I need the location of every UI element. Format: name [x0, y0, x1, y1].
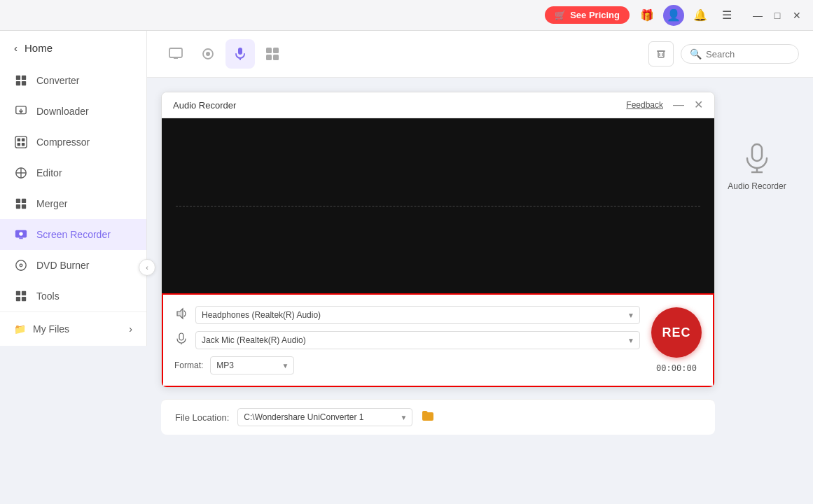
close-button[interactable]: ✕ [789, 8, 805, 23]
svg-rect-23 [16, 291, 20, 295]
svg-point-30 [206, 52, 210, 56]
window-controls: — □ ✕ [750, 8, 805, 23]
svg-rect-8 [22, 139, 25, 142]
microphone-icon [174, 332, 188, 348]
svg-rect-16 [16, 204, 20, 209]
svg-point-19 [19, 232, 22, 235]
sidebar-item-compressor[interactable]: Compressor [0, 127, 146, 158]
sidebar-item-merger-label: Merger [36, 198, 67, 209]
browse-folder-button[interactable] [421, 409, 435, 426]
user-avatar[interactable]: 👤 [663, 5, 684, 26]
waveform-line [176, 206, 700, 206]
converter-icon [14, 74, 28, 88]
window-titlebar: Audio Recorder Feedback — ✕ [162, 92, 714, 118]
right-panel: Audio Recorder [715, 92, 799, 490]
audio-recorder-shortcut-icon [739, 141, 774, 176]
svg-marker-40 [177, 309, 183, 318]
toolbar-tabs [161, 39, 287, 69]
svg-rect-24 [22, 291, 26, 295]
svg-rect-6 [15, 136, 27, 148]
sidebar-toggle[interactable]: ‹ [139, 259, 155, 276]
svg-rect-36 [273, 55, 279, 60]
sidebar-item-merger[interactable]: Merger [0, 188, 146, 219]
speakers-select[interactable]: Headphones (Realtek(R) Audio) Default Sp… [195, 306, 640, 324]
svg-rect-14 [16, 199, 20, 203]
rec-label: REC [662, 326, 690, 340]
title-bar: 🛒 See Pricing 🎁 👤 🔔 ☰ — □ ✕ [0, 0, 813, 31]
sidebar-item-tools-label: Tools [36, 290, 60, 302]
svg-rect-9 [18, 143, 21, 146]
mic-select[interactable]: Jack Mic (Realtek(R) Audio) Default Micr… [195, 331, 640, 349]
window-minimize[interactable]: — [673, 99, 684, 111]
my-files-left: 📁 My Files [14, 323, 69, 335]
svg-point-22 [20, 264, 22, 267]
screen-recorder-icon [14, 227, 28, 241]
sidebar-item-downloader[interactable]: Downloader [0, 96, 146, 127]
svg-rect-27 [169, 48, 182, 57]
tab-webcam[interactable] [193, 39, 223, 69]
window-title-actions: Feedback — ✕ [626, 99, 703, 111]
dvd-burner-icon [14, 258, 28, 272]
window-close[interactable]: ✕ [694, 99, 703, 111]
file-location-label: File Location: [175, 412, 229, 423]
speakers-select-wrapper[interactable]: Headphones (Realtek(R) Audio) Default Sp… [195, 306, 640, 324]
format-label: Format: [174, 360, 203, 370]
maximize-button[interactable]: □ [770, 8, 785, 23]
titlebar-icons: 🎁 👤 🔔 ☰ [637, 5, 737, 26]
minimize-button[interactable]: — [750, 8, 765, 23]
search-box[interactable]: 🔍 [681, 44, 799, 64]
window-title: Audio Recorder [173, 100, 236, 111]
search-icon: 🔍 [690, 48, 702, 59]
format-select[interactable]: MP3 AAC WAV FLAC [210, 356, 294, 374]
svg-rect-3 [22, 81, 26, 85]
sidebar-my-files[interactable]: 📁 My Files › [0, 312, 146, 346]
sidebar-item-downloader-label: Downloader [36, 106, 89, 117]
svg-rect-1 [22, 76, 26, 80]
svg-rect-2 [16, 81, 20, 85]
search-input[interactable] [706, 49, 790, 59]
sidebar-item-tools[interactable]: Tools [0, 281, 146, 312]
svg-rect-34 [273, 48, 279, 53]
svg-rect-25 [16, 297, 20, 301]
bell-icon[interactable]: 🔔 [690, 5, 711, 26]
feedback-link[interactable]: Feedback [626, 100, 663, 110]
controls-left: Headphones (Realtek(R) Audio) Default Sp… [174, 306, 640, 374]
menu-icon[interactable]: ☰ [716, 5, 737, 26]
audio-recorder-shortcut[interactable]: Audio Recorder [721, 134, 793, 198]
time-display: 00:00:00 [656, 363, 697, 373]
sidebar-item-dvd-burner[interactable]: DVD Burner [0, 250, 146, 281]
sidebar-wrapper: ‹ Home Converter Downloader Compress [0, 31, 147, 504]
sidebar-item-screen-recorder[interactable]: Screen Recorder [0, 219, 146, 250]
cart-icon: 🛒 [555, 10, 566, 20]
tab-screen[interactable] [161, 39, 190, 69]
svg-rect-7 [18, 139, 21, 142]
compressor-icon [14, 135, 28, 149]
chevron-right-icon: › [129, 323, 132, 335]
sidebar-item-editor[interactable]: Editor [0, 158, 146, 188]
svg-point-21 [16, 260, 26, 270]
gift-icon[interactable]: 🎁 [637, 5, 658, 26]
mic-row: Jack Mic (Realtek(R) Audio) Default Micr… [174, 331, 640, 349]
tab-audio[interactable] [225, 39, 255, 69]
svg-rect-17 [22, 204, 26, 209]
see-pricing-button[interactable]: 🛒 See Pricing [545, 6, 630, 24]
trash-button[interactable] [648, 41, 674, 66]
sidebar-item-converter[interactable]: Converter [0, 65, 146, 96]
rec-button[interactable]: REC [651, 307, 702, 358]
sidebar-home-label: Home [25, 42, 53, 54]
audio-recorder-window: Audio Recorder Feedback — ✕ [161, 92, 715, 388]
merger-icon [14, 197, 28, 211]
tab-multi[interactable] [258, 39, 287, 69]
format-select-wrapper[interactable]: MP3 AAC WAV FLAC ▼ [210, 356, 294, 374]
chevron-left-icon: ‹ [14, 42, 18, 54]
tools-icon [14, 289, 28, 303]
file-path-select[interactable]: C:\Wondershare UniConverter 1 D:\ Deskto… [237, 408, 412, 426]
recorder-controls: Headphones (Realtek(R) Audio) Default Sp… [162, 293, 714, 387]
svg-rect-35 [266, 55, 272, 60]
svg-rect-41 [179, 333, 183, 340]
main-content: Audio Recorder Feedback — ✕ [147, 78, 813, 504]
mic-select-wrapper[interactable]: Jack Mic (Realtek(R) Audio) Default Micr… [195, 331, 640, 349]
my-files-label: My Files [33, 323, 69, 335]
sidebar-home[interactable]: ‹ Home [0, 31, 146, 65]
file-path-select-wrapper[interactable]: C:\Wondershare UniConverter 1 D:\ Deskto… [237, 408, 412, 426]
